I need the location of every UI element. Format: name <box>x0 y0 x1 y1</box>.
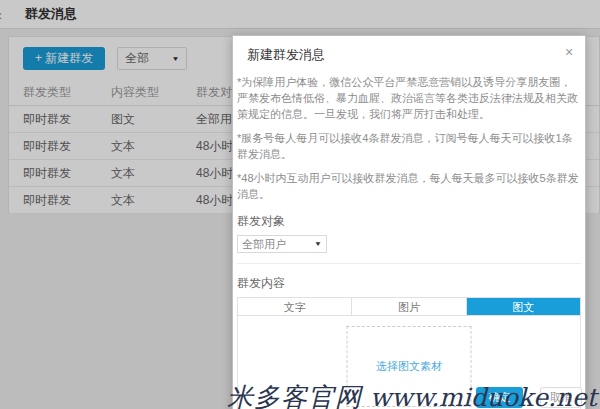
notice-text: *为保障用户体验，微信公众平台严禁恶意营销以及诱导分享朋友圈，严禁发布色情低俗、… <box>237 74 581 122</box>
content-type-tabs: 文字 图片 图文 <box>237 297 581 316</box>
chevron-down-icon: ▼ <box>314 240 322 247</box>
close-icon[interactable]: × <box>561 44 577 60</box>
modal-header: 新建群发消息 × <box>233 36 585 72</box>
target-dropdown-value: 全部用户 <box>242 237 286 252</box>
confirm-button[interactable]: 确定 <box>476 387 523 408</box>
tab-image[interactable]: 图片 <box>352 298 466 315</box>
target-dropdown[interactable]: 全部用户 ▼ <box>237 235 327 253</box>
cancel-button[interactable]: 取消 <box>540 387 582 408</box>
divider <box>237 263 581 264</box>
modal-body: *为保障用户体验，微信公众平台严禁恶意营销以及诱导分享朋友圈，严禁发布色情低俗、… <box>233 72 585 409</box>
notice-text: *服务号每人每月可以接收4条群发消息，订阅号每人每天可以接收1条群发消息。 <box>237 130 581 162</box>
content-label: 群发内容 <box>237 275 581 292</box>
tab-image-text[interactable]: 图文 <box>467 298 580 315</box>
notice-text: *48小时内互动用户可以接收群发消息，每人每天最多可以接收5条群发消息。 <box>237 170 581 202</box>
select-material-label: 选择图文素材 <box>376 359 442 374</box>
new-broadcast-modal: 新建群发消息 × *为保障用户体验，微信公众平台严禁恶意营销以及诱导分享朋友圈，… <box>232 35 586 409</box>
modal-title: 新建群发消息 <box>247 47 325 62</box>
tab-text[interactable]: 文字 <box>238 298 352 315</box>
target-label: 群发对象 <box>237 213 581 230</box>
modal-footer: 确定 取消 <box>233 384 585 409</box>
